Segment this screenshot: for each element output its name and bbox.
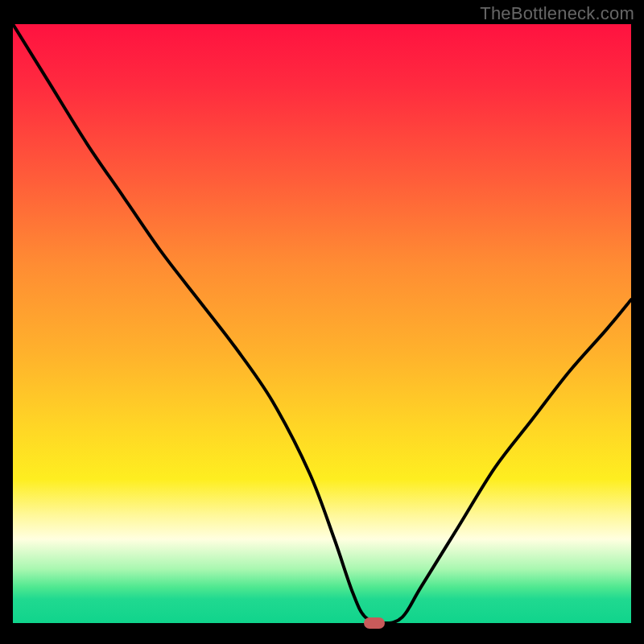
curve-svg [13, 24, 631, 623]
plot-area [13, 24, 631, 631]
chart-frame: TheBottleneck.com [0, 0, 644, 644]
watermark-text: TheBottleneck.com [480, 3, 634, 24]
curve-path [13, 24, 631, 623]
minimum-marker [364, 617, 385, 629]
